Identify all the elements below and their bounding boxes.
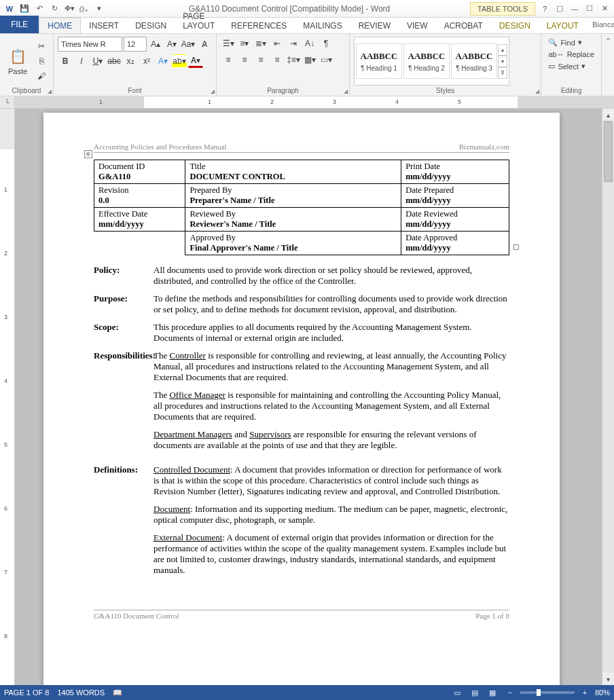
gallery-down-icon[interactable]: ▾	[498, 56, 507, 67]
numbering-icon[interactable]: ≡▾	[237, 37, 252, 50]
tab-home[interactable]: HOME	[39, 18, 81, 33]
zoom-slider-thumb[interactable]	[537, 689, 541, 696]
clipboard-launcher-icon[interactable]: ◢	[48, 88, 52, 94]
subscript-icon[interactable]: x₂	[123, 54, 138, 68]
shrink-font-icon[interactable]: A▾	[164, 37, 179, 51]
shading-icon[interactable]: ▦▾	[302, 53, 317, 67]
qat-customize-icon[interactable]: ⎙▾	[77, 2, 91, 16]
clear-formatting-icon[interactable]: A̷	[197, 37, 212, 51]
print-layout-icon[interactable]: ▤	[467, 686, 482, 699]
grow-font-icon[interactable]: A▴	[148, 37, 163, 51]
tab-mailings[interactable]: MAILINGS	[295, 18, 350, 33]
ribbon-options-icon[interactable]: ▢	[553, 2, 566, 16]
gallery-more-icon[interactable]: ⊽	[498, 67, 507, 79]
borders-icon[interactable]: ▭▾	[319, 53, 333, 67]
tab-table-design[interactable]: DESIGN	[491, 18, 539, 33]
word-icon[interactable]: W	[3, 2, 16, 16]
tab-insert[interactable]: INSERT	[81, 18, 127, 33]
scroll-down-icon[interactable]: ▾	[602, 673, 614, 685]
web-layout-icon[interactable]: ▦	[485, 686, 500, 699]
styles-launcher-icon[interactable]: ◢	[535, 88, 539, 94]
highlight-icon[interactable]: ab▾	[172, 54, 187, 68]
zoom-out-icon[interactable]: −	[503, 686, 518, 699]
tab-references[interactable]: REFERENCES	[223, 18, 295, 33]
font-launcher-icon[interactable]: ◢	[211, 88, 215, 94]
scroll-up-icon[interactable]: ▴	[602, 109, 614, 121]
line-spacing-icon[interactable]: ‡≡▾	[286, 53, 301, 67]
tab-acrobat[interactable]: ACROBAT	[436, 18, 491, 33]
tab-file[interactable]: FILE	[0, 16, 39, 33]
document-meta-table[interactable]: Document IDG&A110 TitleDOCUMENT CONTROL …	[94, 160, 509, 255]
zoom-level[interactable]: 80%	[595, 688, 610, 697]
save-icon[interactable]: 💾	[18, 2, 31, 16]
bold-icon[interactable]: B	[58, 54, 73, 68]
style-heading3[interactable]: AABBCC ¶ Heading 3	[451, 43, 497, 79]
gallery-up-icon[interactable]: ▴	[498, 44, 507, 56]
strikethrough-icon[interactable]: abc	[107, 54, 122, 68]
table-resize-handle-icon[interactable]	[513, 244, 519, 250]
scrollbar-track[interactable]	[602, 121, 614, 673]
text-effects-icon[interactable]: A▾	[156, 54, 170, 68]
styles-gallery[interactable]: AABBCC ¶ Heading 1 AABBCC ¶ Heading 2 AA…	[354, 37, 509, 86]
align-center-icon[interactable]: ≡	[237, 53, 252, 67]
replace-button[interactable]: ab↔ Replace	[545, 49, 597, 60]
align-left-icon[interactable]: ≡	[221, 53, 236, 67]
font-size-combo[interactable]: 12	[124, 37, 147, 52]
decrease-indent-icon[interactable]: ⇤	[270, 37, 285, 50]
touch-mode-icon[interactable]: ✥▾	[62, 2, 76, 16]
align-right-icon[interactable]: ≡	[253, 53, 268, 67]
cell-label: Title	[189, 162, 205, 171]
style-heading1[interactable]: AABBCC ¶ Heading 1	[356, 43, 402, 79]
copy-icon[interactable]: ⎘	[34, 54, 49, 68]
vertical-ruler[interactable]: 1 2 3 4 5 6 7 8	[0, 109, 15, 685]
user-menu[interactable]: Bianca...	[587, 16, 614, 33]
ribbon-tabs: FILE HOME INSERT DESIGN PAGE LAYOUT REFE…	[0, 18, 614, 34]
horizontal-ruler[interactable]: 1 1 2 3 4 5	[15, 96, 614, 108]
sort-icon[interactable]: A↓	[302, 37, 317, 50]
page-scroll-region[interactable]: Accounting Policies and Procedures Manua…	[15, 109, 602, 685]
tab-page-layout[interactable]: PAGE LAYOUT	[175, 9, 223, 33]
superscript-icon[interactable]: x²	[139, 54, 154, 68]
read-mode-icon[interactable]: ▭	[450, 686, 465, 699]
table-move-handle-icon[interactable]: ✥	[84, 150, 92, 158]
redo-icon[interactable]: ↻	[48, 2, 61, 16]
replace-icon: ab↔	[548, 50, 564, 58]
zoom-in-icon[interactable]: +	[577, 686, 592, 699]
page-count[interactable]: PAGE 1 OF 8	[4, 688, 49, 697]
font-name-combo[interactable]: Times New R	[58, 37, 122, 52]
scrollbar-thumb[interactable]	[604, 121, 613, 182]
multilevel-list-icon[interactable]: ≣▾	[253, 37, 268, 50]
increase-indent-icon[interactable]: ⇥	[286, 37, 301, 50]
style-heading2[interactable]: AABBCC ¶ Heading 2	[403, 43, 450, 79]
ruler-corner[interactable]: └	[0, 96, 15, 108]
paragraph-launcher-icon[interactable]: ◢	[344, 88, 348, 94]
word-count[interactable]: 1405 WORDS	[57, 688, 105, 697]
show-marks-icon[interactable]: ¶	[319, 37, 333, 50]
cut-icon[interactable]: ✂	[34, 39, 49, 53]
minimize-icon[interactable]: —	[568, 2, 581, 16]
vertical-scrollbar[interactable]: ▴ ▾	[602, 109, 614, 685]
find-button[interactable]: 🔍 Find ▾	[545, 37, 597, 48]
close-icon[interactable]: ✕	[598, 2, 611, 16]
select-button[interactable]: ▭ Select ▾	[545, 60, 597, 72]
proofing-icon[interactable]: 📖	[113, 688, 122, 697]
maximize-icon[interactable]: ☐	[583, 2, 596, 16]
change-case-icon[interactable]: Aa▾	[181, 37, 196, 51]
underline-icon[interactable]: U▾	[90, 54, 105, 68]
bullets-icon[interactable]: ☰▾	[221, 37, 236, 50]
tab-design[interactable]: DESIGN	[127, 18, 175, 33]
undo-icon[interactable]: ↶	[33, 2, 46, 16]
font-color-icon[interactable]: A▾	[188, 54, 203, 68]
justify-icon[interactable]: ≡	[270, 53, 285, 67]
italic-icon[interactable]: I	[74, 54, 89, 68]
paste-button[interactable]: 📋 Paste	[4, 37, 31, 86]
collapse-ribbon-icon[interactable]: ⌃	[605, 37, 611, 45]
tab-review[interactable]: REVIEW	[350, 18, 399, 33]
document-page[interactable]: Accounting Policies and Procedures Manua…	[43, 113, 560, 685]
qat-dropdown-icon[interactable]: ▾	[92, 2, 106, 16]
tab-view[interactable]: VIEW	[399, 18, 436, 33]
format-painter-icon[interactable]: 🖌	[34, 69, 49, 83]
zoom-slider[interactable]	[520, 691, 575, 694]
tab-table-layout[interactable]: LAYOUT	[539, 18, 587, 33]
help-icon[interactable]: ?	[538, 2, 552, 16]
